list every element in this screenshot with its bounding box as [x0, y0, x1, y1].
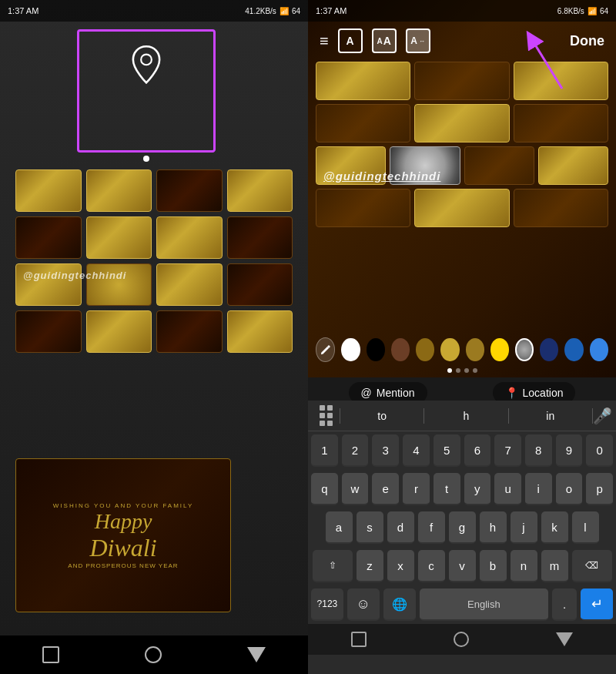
key-9[interactable]: 9 — [556, 434, 583, 467]
number-row: 1 2 3 4 5 6 7 8 9 0 — [308, 431, 616, 470]
key-g[interactable]: g — [449, 511, 476, 544]
toolbar-right: ≡ A A A A ↔ Done — [308, 22, 616, 60]
nav-back-icon-right[interactable] — [556, 632, 573, 646]
key-emoji[interactable]: ☺ — [347, 588, 380, 621]
pin-dot — [143, 156, 149, 162]
key-l[interactable]: l — [572, 511, 599, 544]
dot-indicator — [473, 368, 477, 373]
key-globe[interactable]: 🌐 — [383, 588, 416, 621]
watermark-left: @guidingtechhindi — [23, 270, 126, 281]
key-shift[interactable]: ⇧ — [313, 550, 353, 582]
key-z[interactable]: z — [357, 550, 383, 582]
color-gold[interactable] — [440, 338, 459, 361]
color-gray-selected[interactable] — [515, 338, 534, 361]
choc-cell-right — [414, 104, 509, 143]
key-1[interactable]: 1 — [311, 434, 338, 467]
key-m[interactable]: m — [541, 550, 568, 582]
suggestion-in[interactable]: in — [509, 405, 592, 427]
key-p[interactable]: p — [586, 473, 613, 505]
key-n[interactable]: n — [511, 550, 537, 582]
key-u[interactable]: u — [494, 473, 521, 505]
key-y[interactable]: y — [464, 473, 491, 505]
key-r[interactable]: r — [403, 473, 430, 505]
mic-icon[interactable]: 🎤 — [593, 407, 612, 425]
suggestion-to[interactable]: to — [340, 405, 424, 427]
choc-cell — [15, 310, 82, 353]
key-i[interactable]: i — [525, 473, 552, 505]
font-style-icon[interactable]: A ↔ — [406, 29, 430, 53]
key-enter[interactable]: ↵ — [581, 588, 613, 621]
diwali-card-left: WISHING YOU AND YOUR FAMILY Happy Diwali… — [15, 458, 231, 612]
speed-right: 6.8KB/s — [557, 7, 584, 15]
font-size-icon[interactable]: A A — [372, 29, 397, 53]
color-row — [316, 337, 608, 362]
key-e[interactable]: e — [372, 473, 399, 505]
key-f[interactable]: f — [418, 511, 445, 544]
key-c[interactable]: c — [418, 550, 445, 582]
keyboard-grid-icon[interactable] — [312, 402, 340, 430]
chocolate-grid-left — [15, 169, 293, 462]
key-4[interactable]: 4 — [403, 434, 430, 467]
color-black[interactable] — [367, 338, 385, 361]
key-o[interactable]: o — [556, 473, 583, 505]
key-j[interactable]: j — [511, 511, 537, 544]
key-d[interactable]: d — [387, 511, 414, 544]
choc-cell-right — [316, 62, 410, 100]
choc-cell — [86, 216, 152, 259]
key-v[interactable]: v — [449, 550, 476, 582]
color-brown[interactable] — [391, 338, 410, 361]
key-6[interactable]: 6 — [464, 434, 491, 467]
right-panel: 1:37 AM 6.8KB/s 📶 64 — [308, 0, 616, 674]
key-7[interactable]: 7 — [494, 434, 521, 467]
text-overlay-right[interactable]: @guidingtechhindi — [323, 169, 440, 183]
diwali-sub-text: AND PROSPEROUS NEW YEAR — [68, 562, 178, 569]
key-x[interactable]: x — [387, 550, 414, 582]
key-k[interactable]: k — [541, 511, 568, 544]
key-h[interactable]: h — [480, 511, 507, 544]
color-blue-light[interactable] — [590, 338, 608, 361]
location-label: Location — [523, 387, 564, 399]
choc-cell — [156, 169, 223, 212]
key-a[interactable]: a — [326, 511, 353, 544]
key-sym[interactable]: ?123 — [311, 588, 343, 621]
color-navy[interactable] — [540, 338, 558, 361]
nav-back-icon[interactable] — [247, 647, 266, 662]
key-w[interactable]: w — [342, 473, 369, 505]
network-icon-left: 📶 — [280, 7, 289, 15]
nav-circle-icon[interactable] — [145, 646, 162, 663]
suggestion-h[interactable]: h — [424, 405, 507, 427]
color-white[interactable] — [341, 338, 360, 361]
key-5[interactable]: 5 — [434, 434, 460, 467]
choc-cell — [156, 263, 223, 306]
key-t[interactable]: t — [434, 473, 460, 505]
key-0[interactable]: 0 — [586, 434, 613, 467]
menu-icon[interactable]: ≡ — [320, 32, 329, 50]
nav-square-icon-right[interactable] — [351, 632, 367, 647]
key-b[interactable]: b — [480, 550, 507, 582]
selection-box — [77, 29, 216, 153]
time-left: 1:37 AM — [8, 6, 38, 15]
nav-circle-icon-right[interactable] — [454, 632, 469, 647]
key-backspace[interactable]: ⌫ — [572, 550, 612, 582]
mention-label: Mention — [377, 387, 415, 399]
key-space[interactable]: English — [420, 588, 549, 621]
nav-square-icon[interactable] — [42, 646, 59, 663]
color-dark-gold[interactable] — [416, 338, 434, 361]
key-2[interactable]: 2 — [342, 434, 369, 467]
location-pin-icon: 📍 — [505, 387, 518, 399]
key-q[interactable]: q — [311, 473, 338, 505]
done-button[interactable]: Done — [570, 33, 604, 49]
key-8[interactable]: 8 — [525, 434, 552, 467]
key-period[interactable]: . — [552, 588, 577, 621]
key-3[interactable]: 3 — [372, 434, 399, 467]
color-edit-button[interactable] — [316, 337, 335, 362]
font-icon-a[interactable]: A — [338, 29, 363, 53]
color-blue[interactable] — [564, 338, 583, 361]
zxcv-row: ⇧ z x c v b n m ⌫ — [308, 547, 616, 585]
color-dark-gold2[interactable] — [466, 338, 484, 361]
suggestions-row: to h in 🎤 — [308, 401, 616, 431]
key-s[interactable]: s — [357, 511, 383, 544]
choc-cell-right — [414, 189, 509, 227]
color-yellow[interactable] — [490, 338, 509, 361]
choc-cell-right — [514, 104, 608, 143]
